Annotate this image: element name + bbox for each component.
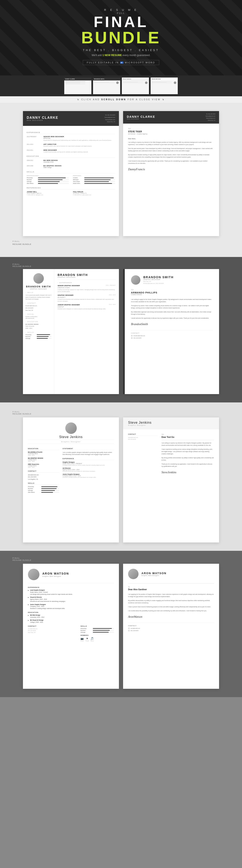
section-danny: DANNY CLARKE WEB DESIGNER Tel: 001-234-5… [0, 103, 242, 257]
steve-header: Steve Jenkins Graphic Designer [28, 423, 114, 444]
aron-cards-row: ARON WATSON Graphic Web Designer Experie… [0, 564, 242, 689]
brandon-hello-label: HELLO [25, 292, 52, 293]
brandon-skills-label: SKILLS [25, 332, 52, 333]
aron-cover-name: ARON WATSON [141, 572, 166, 575]
danny-cover-para-1: I am writing to express my interest in t… [128, 141, 214, 146]
danny-cover-recipient: STEVE TIGER [128, 130, 214, 133]
brandon-social-twitter: @brandonsmith [25, 318, 52, 319]
section1-tag-area: FINAL RESUME BUNDLE [0, 240, 242, 245]
travel-icon: ✈ [85, 637, 89, 640]
skill-photoshop: Photoshop [27, 177, 69, 178]
aron-avatar [28, 569, 39, 580]
brandon-social-linkedin: linkedin.com/brandon [25, 316, 52, 317]
danny-edu-1: 2008-2012 MA WEB DESIGN University of Ar… [27, 159, 115, 163]
skill-creative: Creative [73, 177, 115, 178]
steve-cover-recipient: Dear Text Go [161, 436, 214, 438]
aron-edu-section: Education ▸ MA Web Design University | 2… [28, 612, 114, 623]
badge-text-left: FULLY EDITABLE IN [87, 61, 119, 64]
aron-contact-phone: 001-234-5678 [28, 630, 77, 632]
hobby-music: 🎵 Music [90, 637, 94, 642]
aron-cover-phone: 001-234-5678 [131, 630, 138, 631]
danny-professional-skills: PROFESSIONAL Photoshop Illustrator InDes… [27, 175, 69, 185]
hero-bundle-title: BUNDLE [4, 29, 238, 46]
aron-body: Experience ▸ Lead Graphic Designer Studi… [28, 587, 114, 642]
thumb-steve: Steve Jenkins [122, 78, 149, 94]
steve-cover-signature: SteveJenkins [161, 471, 214, 474]
danny-skills-label: SKILLS [27, 171, 115, 174]
danny-exp-label: EXPERIENCE [27, 132, 115, 134]
brandon-cover-avatar [131, 275, 140, 285]
aron-skill-3: InDesign [81, 632, 114, 633]
steve-job-2: Art Director Agency Name | 2014 - 2016 D… [62, 467, 114, 472]
steve-cover-two-col: CONTACT steve@email.com 001-234-5678 TO … [128, 433, 214, 474]
steve-cards-row: Steve Jenkins Graphic Designer EDUCATION… [0, 417, 242, 542]
aron-contact-label: Contact [28, 625, 77, 627]
steve-skills-label: SKILLS [28, 483, 59, 485]
skill-aftereffects: After Effects [27, 183, 69, 184]
brandon-cover-recipient-title: Creative Director [131, 294, 213, 295]
steve-cover-para-4: Thank you for considering my application… [161, 463, 214, 467]
section3-tag-area: FINAL RESUME BUNDLE [0, 411, 242, 415]
brandon-edu-dates: 2009 - 2013 [25, 328, 52, 330]
steve-contact-location: Los Angeles, CA [28, 478, 59, 480]
preview-strip: DANNY CLARKE BRANDON SMITH Steve Jenkins… [0, 75, 242, 96]
aron-contact-email: aron@email.com [28, 628, 77, 630]
danny-cover-to: TO [128, 128, 214, 130]
hero-resume-label: R E S U M E [4, 8, 238, 11]
hobby-photography: 📷 Photo [81, 637, 84, 642]
brandon-skills-sidebar: SKILLS Photoshop Illustrator InDesign [25, 332, 52, 339]
scroll-prompt: 🖱 CLICK AND SCROLL DOWN FOR A CLOSE VIEW… [0, 96, 242, 103]
thumb-aron: ARON WATSON [151, 78, 178, 94]
steve-contact-section: CONTACT steve@email.com 001-234-5678 Los… [28, 470, 59, 480]
steve-statement-section: STATEMENT I am a creative graphic design… [62, 448, 114, 456]
aron-job-3: ▸ Junior Graphic Designer Company | 2012… [28, 603, 114, 610]
aron-cover-contact-label: Contact [128, 625, 214, 626]
steve-edu-2: BA GRAPHIC DESIGN College Name 2004 - 20… [28, 458, 59, 462]
brandon-contact-email: brandon@email.com [25, 305, 52, 307]
danny-cover-para-3: My experience includes working on high-p… [128, 154, 214, 158]
danny-cover-body: TO STEVE TIGER Art Director - Creative A… [123, 124, 219, 175]
aron-cover-to: To [128, 586, 214, 588]
aron-cover-email-row: aron@email.com [128, 627, 214, 629]
section2-tag-title: RESUME BUNDLE [12, 265, 230, 268]
steve-job-1: Graphic Designer Studio Name | 2016 - PR… [62, 461, 114, 466]
section2-tag: FINAL [12, 263, 230, 265]
brandon-job-2: GRAPHIC DESIGNER 2015 - 2018 AD AGENCY C… [58, 294, 115, 302]
steve-exp-section: EXPERIENCE Graphic Designer Studio Name … [62, 458, 114, 478]
aron-cover-para-1: I am applying for the position of Graphi… [128, 593, 214, 598]
brandon-cards-row: BRANDON SMITH GRAPHIC DESIGNER HELLO I a… [0, 269, 242, 394]
brandon-avatar [33, 273, 44, 284]
aron-skill-2: Illustrator [81, 630, 114, 631]
aron-edu-2: ▸ BA Visual Art Design College | 2006 - … [28, 619, 114, 623]
steve-cover-para-1: I am writing to express my interest in t… [161, 442, 214, 446]
skill-teamplayer: Team Player [73, 181, 115, 182]
aron-cover-phone-row: 001-234-5678 [128, 630, 214, 631]
brandon-cover-sidebar-bar [123, 269, 125, 394]
section1-tag-title: RESUME BUNDLE [12, 243, 230, 245]
section-aron: FINAL RESUME BUNDLE ARON WATSON Graphic … [0, 551, 242, 697]
danny-ref-2: PAUL PERLER Art Director, Creative Co. T… [73, 191, 115, 195]
music-icon: 🎵 [90, 637, 94, 640]
aron-cover-header: ARON WATSON Graphic Web Designer [128, 569, 214, 579]
aron-cover-card: ARON WATSON Graphic Web Designer To Dear… [123, 564, 219, 689]
brandon-contact-section: CONTACT brandon@email.com 001-234-5678 N… [25, 302, 52, 311]
steve-cover-card: Steve Jenkins Graphic Designer CONTACT s… [123, 417, 219, 542]
steve-right-col: STATEMENT I am a creative graphic design… [62, 448, 114, 495]
steve-skill-1: Photoshop [28, 486, 59, 487]
brandon-cover-contact-email: brandon@email.com [134, 335, 145, 336]
hero-tagline: THE BEST . BIGGEST . EASIEST [4, 49, 238, 52]
brandon-edu-sidebar: EDUCATION BA GRAPHIC DESIGN State Univer… [25, 321, 52, 330]
danny-cover-name: DANNY CLARKE [127, 115, 155, 118]
aron-resume-card: ARON WATSON Graphic Web Designer Experie… [23, 564, 119, 689]
aron-cover-para-2: My portfolio demonstrates my ability to … [128, 599, 214, 604]
bs-skill-3: InDesign [25, 338, 52, 339]
brandon-contact-phone: 001-234-5678 [25, 307, 52, 309]
danny-cover-signature: DannyFrancis [128, 168, 214, 171]
hero-content: R E S U M E FULL FINAL BUNDLE THE BEST .… [4, 8, 238, 69]
brandon-edu-label: EDUCATION [25, 321, 52, 322]
hero-section: R E S U M E FULL FINAL BUNDLE THE BEST .… [0, 0, 242, 75]
brandon-cover-role: GRAPHIC DESIGNER [143, 279, 173, 280]
aron-cover-recipient: Dear Alex Gardiner [128, 588, 214, 591]
steve-cover-para-3: My strong portfolio demonstrates my abil… [161, 457, 214, 461]
aron-bottom-two-col: Contact aron@email.com 001-234-5678 New … [28, 625, 114, 642]
